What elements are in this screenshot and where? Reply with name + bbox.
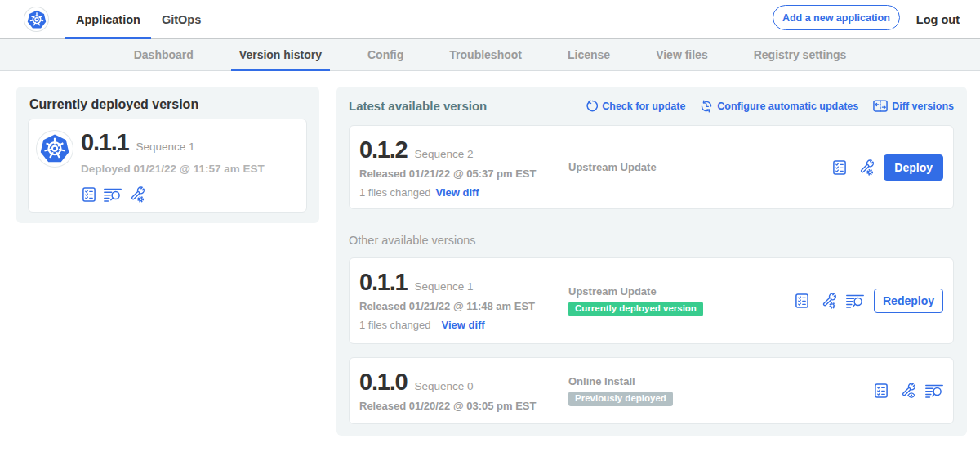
add-application-button[interactable]: Add a new application	[773, 5, 900, 30]
currently-deployed-title: Currently deployed version	[29, 96, 307, 112]
deploy-logs-icon[interactable]	[925, 383, 943, 399]
subnav-tab-version-history[interactable]: Version history	[231, 39, 330, 70]
version-row-0-1-1: 0.1.1 Sequence 1 Released 01/21/22 @ 11:…	[349, 257, 954, 344]
config-eye-icon[interactable]	[899, 383, 915, 399]
version-source-label: Upstream Update	[568, 161, 657, 173]
version-number: 0.1.1	[359, 270, 408, 294]
deployed-version-number: 0.1.1	[81, 130, 129, 154]
version-row-0-1-0: 0.1.0 Sequence 0 Released 01/20/22 @ 03:…	[349, 357, 954, 424]
auto-update-clock-icon	[700, 100, 713, 113]
currently-deployed-panel: Currently deployed version 0.1.1 Sequenc…	[16, 87, 319, 223]
version-row-0-1-2: 0.1.2 Sequence 2 Released 01/21/22 @ 05:…	[349, 125, 954, 209]
view-diff-link[interactable]: View diff	[441, 319, 484, 331]
sequence-label: Sequence 2	[415, 148, 474, 160]
config-gear-icon[interactable]	[820, 293, 836, 309]
sequence-label: Sequence 1	[415, 280, 474, 293]
diff-icon	[873, 99, 888, 113]
view-diff-link[interactable]: View diff	[435, 186, 479, 199]
config-gear-icon[interactable]	[858, 159, 874, 176]
main-content: Currently deployed version 0.1.1 Sequenc…	[0, 71, 980, 436]
preflight-checklist-icon[interactable]	[81, 186, 97, 203]
subnav-tab-config[interactable]: Config	[359, 39, 412, 70]
currently-deployed-card: 0.1.1 Sequence 1 Deployed 01/21/22 @ 11:…	[28, 119, 307, 213]
released-timestamp: Released 01/21/22 @ 11:48 am EST	[359, 300, 568, 312]
deploy-logs-icon[interactable]	[104, 186, 122, 203]
previously-deployed-badge: Previously deployed	[568, 392, 673, 407]
deploy-logs-icon[interactable]	[846, 293, 864, 309]
logout-link[interactable]: Log out	[916, 13, 960, 26]
deployed-timestamp: Deployed 01/21/22 @ 11:57 am EST	[81, 162, 296, 177]
subnav-tab-troubleshoot[interactable]: Troubleshoot	[441, 39, 530, 70]
deployed-sequence-label: Sequence 1	[136, 141, 195, 153]
preflight-checklist-icon[interactable]	[831, 159, 848, 176]
redeploy-button[interactable]: Redeploy	[874, 289, 943, 313]
app-tabs: Application GitOps	[65, 0, 212, 38]
diff-versions-link[interactable]: Diff versions	[873, 99, 954, 113]
check-for-update-link[interactable]: Check for update	[585, 100, 685, 113]
released-timestamp: Released 01/20/22 @ 03:05 pm EST	[359, 400, 568, 412]
version-number: 0.1.0	[359, 369, 408, 394]
tab-gitops[interactable]: GitOps	[151, 0, 212, 38]
tab-application[interactable]: Application	[65, 0, 151, 38]
subnav-tab-registry-settings[interactable]: Registry settings	[746, 39, 855, 70]
subnav-tab-view-files[interactable]: View files	[648, 39, 716, 70]
config-gear-icon[interactable]	[128, 186, 145, 203]
released-timestamp: Released 01/21/22 @ 05:37 pm EST	[359, 168, 568, 180]
version-source-label: Upstream Update	[568, 285, 657, 298]
navbar-right: Add a new application Log out	[773, 0, 960, 39]
deployed-info: 0.1.1 Sequence 1 Deployed 01/21/22 @ 11:…	[81, 130, 296, 203]
app-kubernetes-icon	[37, 131, 73, 167]
sequence-label: Sequence 0	[415, 380, 474, 392]
files-changed-label: 1 files changed	[359, 319, 430, 331]
other-available-versions-title: Other available versions	[349, 234, 954, 247]
available-versions-panel: Latest available version Check for updat…	[336, 87, 967, 436]
subnav-tab-dashboard[interactable]: Dashboard	[126, 39, 202, 70]
preflight-checklist-icon[interactable]	[794, 293, 810, 309]
configure-automatic-updates-link[interactable]: Configure automatic updates	[700, 100, 858, 113]
files-changed-label: 1 files changed	[359, 186, 430, 199]
preflight-checklist-icon[interactable]	[873, 383, 889, 399]
deploy-button[interactable]: Deploy	[884, 154, 943, 181]
top-navbar: Application GitOps Add a new application…	[0, 0, 980, 39]
version-source-label: Online Install	[568, 375, 635, 387]
refresh-icon	[585, 100, 598, 113]
version-number: 0.1.2	[359, 137, 408, 162]
subnav-tab-license[interactable]: License	[559, 39, 618, 70]
latest-available-title: Latest available version	[349, 99, 487, 113]
app-subnav: Dashboard Version history Config Trouble…	[0, 39, 980, 71]
kubernetes-logo-icon	[24, 7, 48, 31]
currently-deployed-badge: Currently deployed version	[568, 302, 703, 317]
